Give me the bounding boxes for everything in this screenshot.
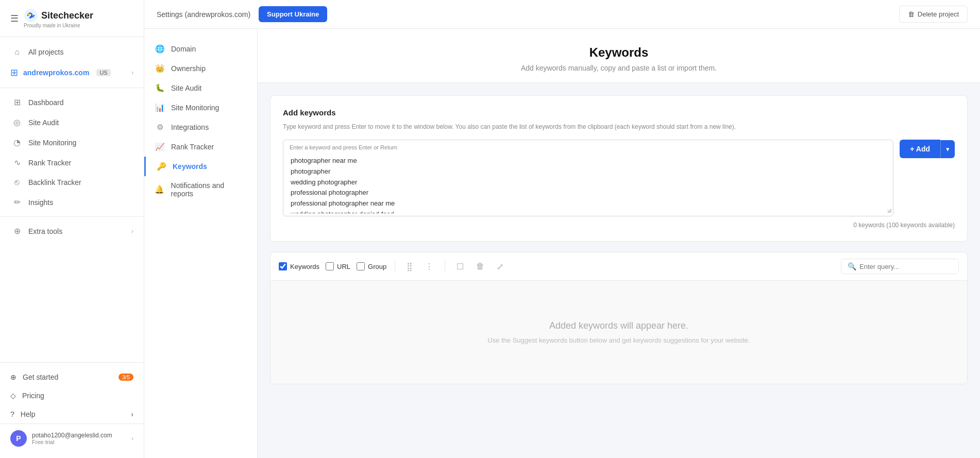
- keyword-textarea-wrapper: Enter a keyword and press Enter or Retur…: [283, 140, 893, 216]
- search-wrapper: 🔍: [841, 259, 959, 274]
- extra-tools-icon: ⊕: [12, 226, 22, 236]
- site-audit-label: Site Audit: [28, 118, 59, 127]
- site-audit-icon: ◎: [12, 117, 22, 127]
- user-profile[interactable]: P potaho1200@angeleslid.com Free trial ›: [0, 423, 144, 453]
- add-button-caret[interactable]: ▾: [940, 140, 955, 158]
- dashboard-icon: ⊞: [12, 97, 22, 107]
- checkbox-all-icon: ☐: [457, 262, 464, 271]
- help-icon: ?: [10, 410, 14, 418]
- settings-nav-item-site-audit[interactable]: 🐛 Site Audit: [144, 78, 257, 98]
- sidebar-item-pricing[interactable]: ◇ Pricing: [0, 386, 144, 405]
- url-filter-label[interactable]: URL: [326, 262, 350, 270]
- logo-icon: [24, 8, 38, 23]
- keywords-nav-label: Keywords: [173, 162, 207, 171]
- sidebar-header: ☰ Sitechecker Proudly made in Ukraine: [0, 0, 144, 37]
- sidebar-item-insights[interactable]: ✏ Insights: [0, 192, 144, 212]
- domain-nav-icon: 🌐: [155, 44, 165, 54]
- settings-nav-item-notifications[interactable]: 🔔 Notifications and reports: [144, 176, 257, 203]
- rank-tracker-icon: ∿: [12, 158, 22, 167]
- grid-icon: ⊞: [10, 67, 18, 78]
- select-all-button[interactable]: ☐: [453, 260, 467, 274]
- logo-tagline: Proudly made in Ukraine: [24, 23, 93, 28]
- notifications-nav-label: Notifications and reports: [171, 181, 247, 198]
- delete-button[interactable]: 🗑: [473, 260, 487, 273]
- main-area: Settings (andrewprokos.com) Support Ukra…: [144, 0, 980, 458]
- extra-tools-chevron-icon: ›: [131, 228, 133, 235]
- add-button[interactable]: + Add: [900, 140, 940, 158]
- topbar-title: Settings (andrewprokos.com): [157, 10, 250, 19]
- sidebar-item-help[interactable]: ? Help ›: [0, 405, 144, 423]
- more-options-button[interactable]: ⋮: [422, 260, 436, 274]
- search-input[interactable]: [859, 263, 952, 270]
- delete-project-button[interactable]: 🗑 Delete project: [899, 6, 968, 23]
- project-region: US: [96, 69, 110, 76]
- sidebar: ☰ Sitechecker Proudly made in Ukraine ⌂ …: [0, 0, 144, 458]
- rank-tracker-label: Rank Tracker: [28, 159, 71, 167]
- url-filter-checkbox[interactable]: [326, 262, 334, 270]
- svg-point-0: [24, 9, 38, 22]
- empty-table-title: Added keywords will appear here.: [549, 320, 688, 331]
- settings-nav-item-keywords[interactable]: 🔑 Keywords: [144, 157, 257, 176]
- sidebar-item-all-projects[interactable]: ⌂ All projects: [0, 42, 144, 62]
- sidebar-item-dashboard[interactable]: ⊞ Dashboard: [0, 92, 144, 112]
- content-layout: 🌐 Domain 👑 Ownership 🐛 Site Audit 📊 Site…: [144, 29, 980, 458]
- search-icon: 🔍: [848, 262, 856, 270]
- home-icon: ⌂: [12, 47, 22, 57]
- columns-icon-button[interactable]: ⣿: [403, 260, 416, 274]
- svg-point-1: [28, 13, 30, 15]
- svg-point-2: [32, 15, 34, 18]
- ownership-nav-label: Ownership: [171, 64, 206, 73]
- keywords-main: Keywords Add keywords manually, copy and…: [258, 29, 980, 458]
- sidebar-divider: [0, 88, 144, 88]
- backlink-tracker-label: Backlink Tracker: [28, 178, 81, 186]
- settings-nav-item-ownership[interactable]: 👑 Ownership: [144, 59, 257, 78]
- keywords-filter-text: Keywords: [290, 263, 319, 270]
- support-ukraine-button[interactable]: Support Ukraine: [259, 6, 327, 22]
- empty-table-subtitle: Use the Suggest keywords button below an…: [487, 336, 750, 344]
- url-filter-text: URL: [337, 263, 350, 270]
- help-label: Help: [21, 410, 36, 418]
- table-toolbar: Keywords URL Group: [271, 252, 967, 281]
- user-email: potaho1200@angeleslid.com: [32, 432, 112, 439]
- group-filter-checkbox[interactable]: [357, 262, 365, 270]
- dashboard-label: Dashboard: [28, 98, 64, 107]
- avatar: P: [10, 430, 27, 447]
- settings-nav-item-rank-tracker[interactable]: 📈 Rank Tracker: [144, 137, 257, 157]
- backlink-tracker-icon: ⎋: [12, 178, 22, 187]
- domain-nav-label: Domain: [171, 45, 196, 53]
- settings-nav-item-domain[interactable]: 🌐 Domain: [144, 39, 257, 59]
- keyword-textarea[interactable]: photographer near me photographer weddin…: [284, 141, 892, 213]
- sidebar-item-extra-tools[interactable]: ⊕ Extra tools ›: [0, 221, 144, 241]
- all-projects-label: All projects: [28, 48, 63, 56]
- keywords-filter-checkbox[interactable]: [279, 262, 287, 270]
- settings-nav-item-site-monitoring[interactable]: 📊 Site Monitoring: [144, 98, 257, 117]
- sidebar-item-rank-tracker[interactable]: ∿ Rank Tracker: [0, 152, 144, 173]
- hamburger-icon[interactable]: ☰: [10, 13, 19, 24]
- sidebar-item-site-audit[interactable]: ◎ Site Audit: [0, 112, 144, 132]
- topbar: Settings (andrewprokos.com) Support Ukra…: [144, 0, 980, 29]
- sidebar-item-site-monitoring[interactable]: ◔ Site Monitoring: [0, 132, 144, 152]
- logo-area: Sitechecker Proudly made in Ukraine: [24, 8, 93, 28]
- extra-tools-label: Extra tools: [28, 227, 62, 235]
- sidebar-bottom: ⊕ Get started 3/5 ◇ Pricing ? Help › P p…: [0, 362, 144, 458]
- site-monitoring-nav-icon: 📊: [155, 103, 165, 112]
- group-filter-label[interactable]: Group: [357, 262, 386, 270]
- expand-button[interactable]: ⤢: [494, 260, 506, 274]
- keywords-header: Keywords Add keywords manually, copy and…: [258, 29, 980, 83]
- add-button-group: + Add ▾: [900, 140, 955, 158]
- sidebar-project-item[interactable]: ⊞ andrewprokos.com US ›: [0, 62, 144, 83]
- insights-label: Insights: [28, 198, 53, 207]
- add-keywords-hint: Type keyword and press Enter to move it …: [283, 122, 955, 131]
- empty-table-area: Added keywords will appear here. Use the…: [271, 281, 967, 384]
- keywords-page-title: Keywords: [268, 45, 970, 60]
- insights-icon: ✏: [12, 197, 22, 207]
- sidebar-item-backlink-tracker[interactable]: ⎋ Backlink Tracker: [0, 173, 144, 192]
- keywords-filter-label[interactable]: Keywords: [279, 262, 319, 270]
- settings-nav-item-integrations[interactable]: ⚙ Integrations: [144, 117, 257, 137]
- integrations-nav-icon: ⚙: [155, 123, 165, 132]
- rank-tracker-nav-label: Rank Tracker: [171, 143, 214, 151]
- pricing-icon: ◇: [10, 392, 16, 400]
- sidebar-item-get-started[interactable]: ⊕ Get started 3/5: [0, 368, 144, 386]
- site-monitoring-icon: ◔: [12, 138, 22, 147]
- sidebar-divider-2: [0, 216, 144, 217]
